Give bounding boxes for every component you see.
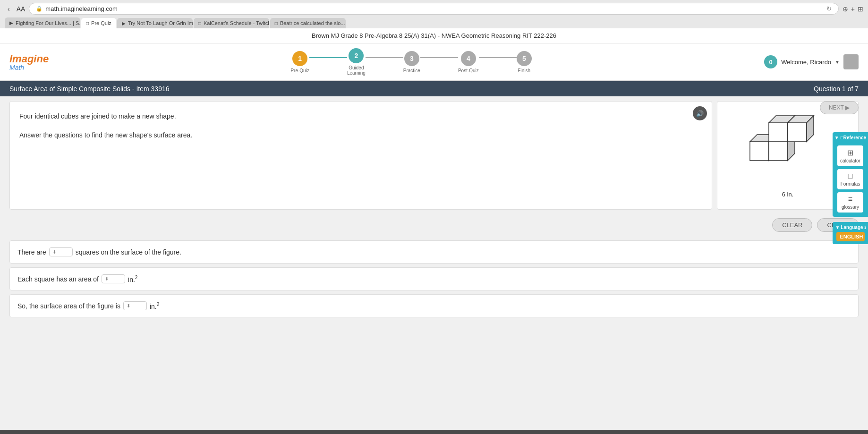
tab-kai[interactable]: □ KaiCenat's Schedule - Twitch xyxy=(194,18,269,28)
welcome-section: 0 Welcome, Ricardo ▼ xyxy=(764,54,859,69)
tab-fighting[interactable]: ▶ Fighting For Our Lives... | S... ✕ xyxy=(5,17,80,28)
refresh-icon[interactable]: ↻ xyxy=(826,5,832,12)
english-button[interactable]: ENGLISH xyxy=(836,232,865,241)
svg-marker-9 xyxy=(788,123,807,142)
lock-icon: 🔒 xyxy=(36,6,43,12)
answer-rows: There are ⬍ squares on the surface of th… xyxy=(0,236,868,322)
tab-laugh[interactable]: ▶ Try Not To Laugh Or Grin Im... xyxy=(117,18,193,28)
question-text-line1: Four identical cubes are joined to make … xyxy=(19,111,702,121)
language-header: ▼ Language ℹ xyxy=(835,225,865,230)
tab-fighting-label: Fighting For Our Lives... | S... xyxy=(16,20,80,26)
step-guided: 2 GuidedLearning xyxy=(347,48,366,76)
tab-prequiz-icon: □ xyxy=(86,21,89,26)
address-text: math.imaginelearning.com xyxy=(45,5,117,12)
formulas-label: Formulas xyxy=(841,181,860,187)
ref-collapse-icon[interactable]: ▼ xyxy=(834,135,839,140)
step-line-3 xyxy=(420,57,458,58)
lang-label: Language xyxy=(841,225,863,230)
step-label-5: Finish xyxy=(518,68,530,73)
row2-superscript: 2 xyxy=(135,275,138,280)
lang-collapse-icon[interactable]: ▼ xyxy=(835,225,840,230)
back-button[interactable]: ‹ xyxy=(5,4,13,14)
reference-sidebar: ▼ □Reference ⊞ calculator □ Formulas ≡ g… xyxy=(833,132,868,217)
user-avatar xyxy=(843,54,859,69)
browser-toolbar: ‹ AA 🔒 math.imaginelearning.com ↻ ⊕ + ⊞ xyxy=(5,3,863,15)
row3-dropdown[interactable]: ⬍ xyxy=(123,301,147,310)
step-circle-3: 3 xyxy=(404,51,419,66)
step-line-1 xyxy=(309,57,347,58)
answer-row-2: Each square has an area of ⬍ in.2 xyxy=(9,267,859,290)
browser-chrome: ‹ AA 🔒 math.imaginelearning.com ↻ ⊕ + ⊞ … xyxy=(0,0,868,28)
tab-prequiz[interactable]: □ Pre Quiz xyxy=(81,18,116,28)
browser-tabs: ▶ Fighting For Our Lives... | S... ✕ □ P… xyxy=(5,17,863,28)
logo-math: Math xyxy=(9,64,49,71)
share-icon[interactable]: ⊕ xyxy=(842,5,848,13)
step-line-4 xyxy=(479,57,517,58)
step-label-2: GuidedLearning xyxy=(347,65,366,76)
answer-row-1: There are ⬍ squares on the surface of th… xyxy=(9,240,859,264)
row1-suffix: squares on the surface of the figure. xyxy=(76,248,181,256)
tab-beatrice-label: Beatrice calculated the slo... xyxy=(280,20,345,26)
row3-superscript: 2 xyxy=(157,302,160,307)
question-title: Surface Area of Simple Composite Solids … xyxy=(9,85,170,93)
row2-prefix: Each square has an area of xyxy=(17,275,99,283)
step-circle-4: 4 xyxy=(461,51,476,66)
browser-icons: ⊕ + ⊞ xyxy=(842,5,863,13)
question-header: Surface Area of Simple Composite Solids … xyxy=(0,81,868,96)
row1-prefix: There are xyxy=(17,248,46,256)
calculator-button[interactable]: ⊞ calculator xyxy=(837,145,863,166)
bookmark-icon[interactable]: + xyxy=(851,5,855,13)
reference-header: ▼ □Reference xyxy=(834,135,866,140)
formulas-button[interactable]: □ Formulas xyxy=(837,169,863,189)
content-wrapper: 🔊 Four identical cubes are joined to mak… xyxy=(0,96,868,322)
step-prequiz: 1 Pre-Quiz xyxy=(290,51,309,73)
tab-kai-icon: □ xyxy=(198,21,201,26)
tab-kai-label: KaiCenat's Schedule - Twitch xyxy=(204,20,269,26)
step-practice: 3 Practice xyxy=(403,51,420,73)
tab-beatrice[interactable]: □ Beatrice calculated the slo... xyxy=(270,18,346,28)
step-circle-2: 2 xyxy=(349,48,364,63)
row2-dropdown[interactable]: ⬍ xyxy=(102,274,125,283)
next-button[interactable]: NEXT ▶ xyxy=(820,101,859,114)
step-circle-1: 1 xyxy=(292,51,307,66)
calculator-label: calculator xyxy=(840,158,860,163)
step-label-4: Post-Quiz xyxy=(458,68,479,73)
tab-laugh-label: Try Not To Laugh Or Grin Im... xyxy=(128,20,193,26)
svg-marker-6 xyxy=(769,123,788,142)
row3-chevron: ⬍ xyxy=(127,303,130,308)
question-count: Question 1 of 7 xyxy=(814,85,859,93)
row1-dropdown[interactable]: ⬍ xyxy=(49,247,73,256)
step-postquiz: 4 Post-Quiz xyxy=(458,51,479,73)
tab-prequiz-label: Pre Quiz xyxy=(91,20,111,26)
row3-prefix: So, the surface area of the figure is xyxy=(17,302,120,310)
figure-label: 6 in. xyxy=(782,191,794,198)
progress-steps: 1 Pre-Quiz 2 GuidedLearning 3 Practice xyxy=(77,48,745,76)
formulas-icon: □ xyxy=(848,172,853,180)
clear-button[interactable]: CLEAR xyxy=(772,218,812,232)
step-line-2 xyxy=(366,57,403,58)
question-panel: 🔊 Four identical cubes are joined to mak… xyxy=(9,101,712,210)
content-area: 🔊 Four identical cubes are joined to mak… xyxy=(0,96,868,214)
glossary-icon: ≡ xyxy=(848,195,852,204)
breadcrumb: Brown MJ Grade 8 Pre-Algebra 8 25(A) 31(… xyxy=(0,28,868,43)
action-buttons: CLEAR CHECK xyxy=(0,214,868,236)
score-badge: 0 xyxy=(764,55,777,68)
step-circle-5: 5 xyxy=(517,51,532,66)
audio-button[interactable]: 🔊 xyxy=(693,106,707,120)
row1-chevron: ⬍ xyxy=(52,249,56,255)
row3-unit: in.2 xyxy=(150,302,159,310)
calculator-icon: ⊞ xyxy=(847,148,853,157)
tabs-icon[interactable]: ⊞ xyxy=(858,5,863,13)
app-header: Imagine Math 1 Pre-Quiz 2 GuidedLearning xyxy=(0,43,868,81)
logo-section: Imagine Math xyxy=(9,53,49,71)
glossary-button[interactable]: ≡ glossary xyxy=(837,192,863,213)
step-finish: 5 Finish xyxy=(517,51,532,73)
lang-info-icon: ℹ xyxy=(864,225,866,230)
main-content: Brown MJ Grade 8 Pre-Algebra 8 25(A) 31(… xyxy=(0,28,868,430)
dropdown-arrow[interactable]: ▼ xyxy=(835,60,840,65)
address-bar[interactable]: 🔒 math.imaginelearning.com ↻ xyxy=(29,3,838,15)
row2-chevron: ⬍ xyxy=(105,276,109,281)
answer-row-3: So, the surface area of the figure is ⬍ … xyxy=(9,294,859,317)
language-sidebar: ▼ Language ℹ ENGLISH xyxy=(833,222,868,244)
step-label-1: Pre-Quiz xyxy=(290,68,309,73)
